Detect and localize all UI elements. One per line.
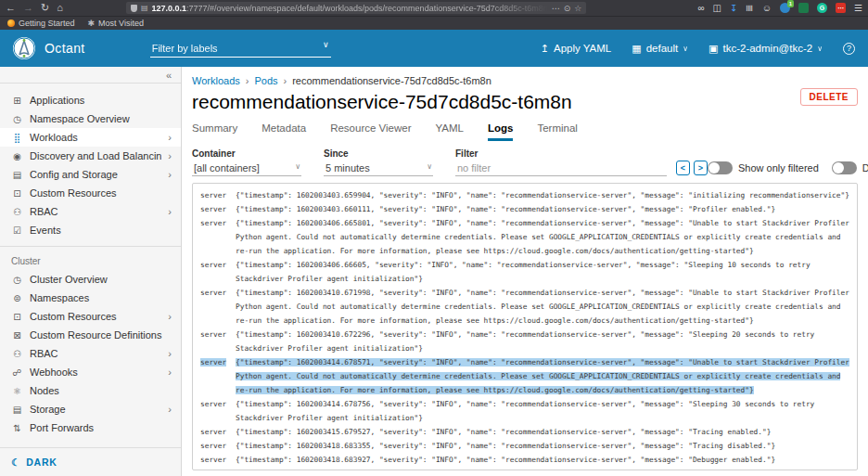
sidebar-item-label: Config and Storage — [30, 169, 161, 180]
log-entry: server{"timestamp": 1602003418.683355, "… — [200, 439, 849, 453]
sidebar-item-label: Cluster Overview — [30, 274, 172, 285]
log-container-prefix: server — [200, 439, 228, 453]
chevron-right-icon: › — [168, 206, 172, 217]
sidebar-item-label: Discovery and Load Balancing — [30, 150, 161, 161]
url-text[interactable]: 127.0.0.1:7777/#/overview/namespace/defa… — [151, 4, 547, 13]
next-match-button[interactable]: > — [694, 161, 708, 175]
sidebar: « ⊞Applications◷Namespace Overview⣿Workl… — [0, 67, 182, 476]
delete-button[interactable]: DELETE — [800, 88, 858, 106]
tabs: SummaryMetadataResource ViewerYAMLLogsTe… — [192, 122, 858, 141]
sidebar-item-label: Events — [30, 225, 172, 236]
main-content: Workloads›Pods›recommendationservice-75d… — [182, 67, 868, 476]
dark-mode-toggle[interactable]: ☾ DARK — [0, 447, 181, 476]
sidebar-item-nodes[interactable]: ⚛Nodes — [0, 381, 181, 400]
reader-sidebar-icon[interactable]: ◫ — [713, 4, 721, 13]
tab-summary[interactable]: Summary — [192, 122, 237, 141]
log-entry: server{"timestamp": 1602003403.660111, "… — [200, 202, 849, 216]
namespace-selector[interactable]: ▦ default ∨ — [632, 43, 688, 55]
log-viewer[interactable]: server{"timestamp": 1602003403.659904, "… — [192, 183, 858, 470]
chevron-right-icon: › — [168, 150, 172, 161]
tab-resource-viewer[interactable]: Resource Viewer — [330, 122, 411, 141]
collapse-sidebar-icon[interactable]: « — [166, 70, 172, 81]
chevron-down-icon[interactable]: ∨ — [323, 40, 329, 49]
label-filter-input[interactable] — [150, 41, 331, 58]
events-icon: ☑ — [11, 225, 23, 236]
menu-icon[interactable]: ☰ — [854, 4, 862, 13]
tab-yaml[interactable]: YAML — [436, 122, 464, 141]
chevron-down-icon: ∨ — [427, 162, 432, 171]
download-icon[interactable]: ↧ — [730, 4, 737, 13]
context-selector[interactable]: ▣ tkc-2-admin@tkc-2 ∨ — [708, 43, 823, 55]
log-message: {"timestamp": 1602003418.683927, "severi… — [236, 453, 849, 467]
infinity-extension-icon[interactable]: ∞ — [697, 4, 704, 13]
apply-yaml-button[interactable]: ↥ Apply YAML — [541, 43, 611, 55]
url-bar[interactable]: ▤ 127.0.0.1:7777/#/overview/namespace/de… — [126, 2, 586, 14]
forward-icon[interactable]: → — [23, 3, 33, 13]
sidebar-item-rbac[interactable]: ⚇RBAC› — [0, 202, 181, 221]
tracking-protection-icon[interactable] — [131, 5, 137, 12]
sidebar-item-namespace-overview[interactable]: ◷Namespace Overview — [0, 109, 181, 128]
sidebar-item-label: Applications — [30, 95, 172, 106]
log-message: {"timestamp": 1602003406.665801, "severi… — [236, 216, 849, 258]
tab-terminal[interactable]: Terminal — [537, 122, 577, 141]
vmware-extension-icon[interactable]: 1 — [780, 3, 790, 13]
log-message: {"timestamp": 1602003403.660111, "severi… — [236, 202, 849, 216]
firefox-icon — [7, 19, 15, 27]
prev-match-button[interactable]: < — [676, 161, 690, 175]
sidebar-item-discovery-and-load-balancing[interactable]: ◉Discovery and Load Balancing› — [0, 147, 181, 165]
sidebar-item-namespaces[interactable]: ⊜Namespaces — [0, 289, 181, 307]
log-entry: server{"timestamp": 1602003403.659904, "… — [200, 188, 849, 202]
log-message: {"timestamp": 1602003415.679527, "severi… — [236, 425, 849, 439]
sidebar-item-applications[interactable]: ⊞Applications — [0, 91, 181, 109]
log-entry: server{"timestamp": 1602003418.683927, "… — [200, 453, 849, 467]
sidebar-item-rbac[interactable]: ⚇RBAC› — [0, 344, 181, 363]
page-actions-icon[interactable]: ⋯ — [552, 4, 560, 13]
breadcrumb-workloads[interactable]: Workloads — [192, 75, 240, 86]
context-icon: ▣ — [708, 43, 718, 55]
container-select[interactable]: [all containers] ∨ — [192, 161, 301, 176]
filter-label: Filter — [455, 148, 667, 159]
sidebar-item-custom-resources[interactable]: ⊡Custom Resources› — [0, 307, 181, 326]
grammarly-extension-icon[interactable]: G — [817, 3, 827, 13]
sidebar-item-custom-resources[interactable]: ⊡Custom Resources — [0, 184, 181, 202]
show-only-filtered-toggle[interactable] — [708, 161, 733, 174]
display-timestamp-toggle[interactable] — [832, 161, 857, 174]
bookmark-getting-started[interactable]: Getting Started — [7, 19, 75, 28]
home-icon[interactable]: ⌂ — [57, 3, 63, 13]
chevron-right-icon: › — [168, 404, 172, 415]
security-extension-icon[interactable] — [798, 3, 809, 13]
pocket-icon[interactable]: ⊙ — [564, 4, 571, 13]
log-entry: server{"timestamp": 1602003406.665801, "… — [200, 216, 849, 258]
since-select[interactable]: 5 minutes ∨ — [324, 161, 433, 176]
bookmark-star-icon[interactable]: ☆ — [574, 4, 581, 13]
sidebar-item-storage[interactable]: ▤Storage› — [0, 400, 181, 418]
bookmark-most-visited[interactable]: ✱ Most Visited — [88, 19, 144, 28]
bookmarks-bar: Getting Started ✱ Most Visited — [0, 16, 868, 30]
library-icon[interactable]: ≣ — [746, 4, 755, 11]
reload-icon[interactable]: ↻ — [41, 3, 49, 13]
sidebar-item-port-forwards[interactable]: ⇅Port Forwards — [0, 418, 181, 437]
breadcrumb-separator: › — [246, 75, 249, 86]
breadcrumb-pods[interactable]: Pods — [254, 75, 277, 86]
sidebar-item-webhooks[interactable]: ☍Webhooks› — [0, 363, 181, 381]
lastpass-extension-icon[interactable]: ⋯ — [836, 3, 846, 13]
discovery-icon: ◉ — [11, 151, 23, 161]
sidebar-item-workloads[interactable]: ⣿Workloads› — [0, 128, 181, 147]
filter-input[interactable] — [455, 161, 667, 176]
sidebar-item-config-and-storage[interactable]: ▤Config and Storage› — [0, 165, 181, 184]
container-label: Container — [192, 148, 301, 159]
help-icon[interactable]: ? — [843, 43, 855, 55]
back-icon[interactable]: ← — [6, 3, 16, 13]
account-icon[interactable]: ☺ — [762, 4, 772, 13]
breadcrumb-recommendationservice-75d7cd8d5c-t6m8n: recommendationservice-75d7cd8d5c-t6m8n — [292, 75, 491, 86]
log-container-prefix: server — [200, 397, 228, 411]
sidebar-item-events[interactable]: ☑Events — [0, 221, 181, 239]
sidebar-item-label: Nodes — [30, 385, 172, 396]
config-storage-icon: ▤ — [11, 170, 23, 180]
chevron-down-icon: ∨ — [683, 45, 688, 53]
sidebar-item-custom-resource-definitions[interactable]: ⊠Custom Resource Definitions — [0, 326, 181, 344]
log-container-prefix: server — [200, 202, 228, 216]
tab-logs[interactable]: Logs — [488, 122, 513, 141]
sidebar-item-cluster-overview[interactable]: ◷Cluster Overview — [0, 270, 181, 289]
tab-metadata[interactable]: Metadata — [262, 122, 306, 141]
